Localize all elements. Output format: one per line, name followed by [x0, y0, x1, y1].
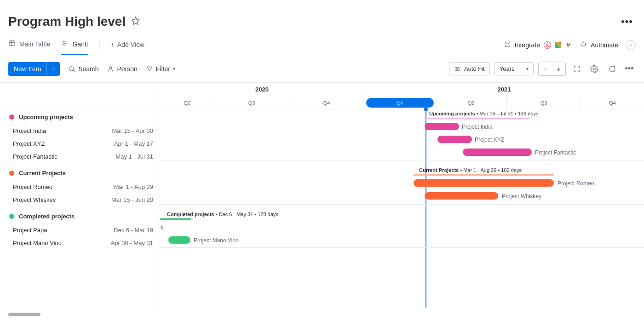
bar-label: Project Romeo — [558, 180, 594, 187]
task-name: Project XYZ — [13, 140, 45, 147]
group-name: Upcoming projects — [19, 114, 73, 120]
svg-rect-0 — [9, 41, 15, 46]
new-item-label: New Item — [8, 62, 46, 76]
zoom-out-button[interactable]: − — [539, 62, 552, 75]
group-header[interactable]: Current Projects — [0, 166, 160, 180]
fullscreen-button[interactable] — [570, 63, 583, 75]
task-row[interactable]: Project PapaDec 6 - Mar 19 — [0, 223, 160, 236]
task-row[interactable]: Project FantasticMay 1 - Jul 31 — [0, 150, 160, 163]
task-name: Project Fantastic — [13, 153, 58, 160]
bar-label: Project India — [462, 124, 493, 130]
integrate-icon — [504, 40, 511, 49]
scale-label: Years — [500, 65, 515, 72]
task-dates: Mar 15 - Apr 30 — [112, 127, 153, 134]
svg-rect-4 — [455, 67, 459, 70]
star-icon[interactable] — [131, 16, 140, 27]
table-icon — [8, 40, 16, 48]
search-button[interactable]: Search — [68, 65, 98, 73]
group-header[interactable]: Completed projects — [0, 209, 160, 223]
task-row[interactable]: Project IndiaMar 15 - Apr 30 — [0, 124, 160, 137]
scale-select[interactable]: Years ▾ — [494, 62, 534, 75]
tab-gantt[interactable]: Gantt — [61, 40, 88, 55]
task-row[interactable]: Project WhiskeyMar 15 - Jun 20 — [0, 193, 160, 206]
timeline[interactable]: 2020 2021 Q2 Q3 Q4 Q1 Q2 Q3 Q4 Upcoming … — [160, 83, 644, 308]
bar-label: Project Mano Vino — [194, 237, 239, 244]
task-dates: Mar 1 - Aug 29 — [114, 183, 153, 190]
bar-label: Project Whiskey — [502, 193, 541, 200]
quarter-label: Q4 — [289, 97, 364, 109]
collapse-icon[interactable] — [626, 40, 636, 50]
gmail-icon: M — [565, 41, 572, 49]
search-label: Search — [78, 65, 98, 73]
group-summary: Current Projects • Mar 1 - Aug 29 • 182 … — [419, 167, 522, 173]
page-title: Program High level — [8, 14, 126, 29]
task-name: Project Papa — [13, 227, 47, 234]
group-color-dot — [9, 114, 14, 120]
svg-point-5 — [593, 68, 596, 70]
filter-button[interactable]: Filter ▾ — [146, 65, 175, 73]
summary-bar[interactable] — [425, 118, 530, 119]
search-icon — [68, 65, 75, 73]
zoom-in-button[interactable]: + — [552, 62, 565, 75]
svg-point-3 — [109, 66, 112, 69]
task-row[interactable]: Project RomeoMar 1 - Aug 29 — [0, 180, 160, 193]
gantt-bar[interactable] — [425, 123, 459, 130]
add-view-button[interactable]: + Add View — [111, 41, 144, 54]
gantt-bar[interactable] — [437, 136, 472, 143]
comment-button[interactable] — [605, 63, 618, 75]
person-label: Person — [117, 65, 137, 73]
gantt-bar[interactable] — [463, 149, 532, 156]
person-button[interactable]: Person — [107, 65, 137, 73]
chevron-down-icon: ▾ — [173, 66, 175, 71]
group-color-dot — [9, 214, 14, 219]
new-item-button[interactable]: New Item — [8, 62, 60, 76]
task-dates: Dec 6 - Mar 19 — [114, 227, 153, 234]
group-summary: Completed projects • Dec 6 - May 31 • 17… — [167, 211, 278, 217]
task-panel: Upcoming projects Project IndiaMar 15 - … — [0, 83, 160, 308]
svg-rect-1 — [581, 43, 585, 46]
task-name: Project Mano Vino — [13, 240, 62, 246]
year-label: 2021 — [364, 83, 644, 97]
gantt-bar[interactable] — [425, 192, 498, 200]
group-header[interactable]: Upcoming projects — [0, 109, 160, 124]
bar-label: Project XYZ — [475, 137, 504, 143]
task-name: Project India — [13, 127, 46, 134]
more-button[interactable]: ••• — [623, 63, 636, 75]
quarter-label: Q3 — [507, 97, 581, 109]
year-label: 2020 — [160, 83, 364, 97]
filter-label: Filter — [156, 65, 170, 73]
gantt-bar[interactable] — [168, 236, 190, 244]
zoom-group: − + — [538, 62, 566, 76]
chevron-down-icon[interactable] — [46, 62, 60, 76]
today-line — [426, 109, 426, 308]
quarter-label: Q1 — [366, 98, 434, 108]
group-summary: Upcoming projects • Mar 15 - Jul 31 • 13… — [429, 111, 539, 116]
gantt-icon — [61, 40, 69, 48]
more-icon[interactable]: ••• — [619, 14, 635, 29]
integrate-button[interactable]: Integrate ◎ M — [504, 40, 572, 49]
automate-button[interactable]: Automate — [580, 40, 618, 49]
person-icon — [107, 65, 114, 73]
filter-icon — [146, 65, 153, 73]
task-name: Project Romeo — [13, 183, 52, 190]
divider — [99, 40, 100, 49]
quarter-label: Q2 — [436, 97, 507, 109]
auto-fit-label: Auto Fit — [464, 65, 485, 72]
task-dates: Apr 1 - May 17 — [114, 140, 153, 147]
integration-badge-icon: ◎ — [544, 41, 551, 49]
svg-point-2 — [69, 66, 74, 70]
integrate-label: Integrate — [515, 41, 540, 49]
summary-bar[interactable] — [160, 218, 191, 220]
gantt-bar[interactable] — [414, 179, 554, 187]
bar-label: Project Fantastic — [535, 149, 576, 156]
task-row[interactable]: Project Mano VinoApr 30 - May 31 — [0, 236, 160, 249]
settings-button[interactable] — [588, 63, 601, 75]
task-row[interactable]: Project XYZApr 1 - May 17 — [0, 137, 160, 150]
auto-fit-button[interactable]: Auto Fit — [449, 62, 490, 75]
tab-main-table[interactable]: Main Table — [8, 40, 50, 55]
plus-icon: + — [111, 41, 115, 48]
add-view-label: Add View — [117, 41, 144, 48]
scrollbar[interactable] — [8, 313, 40, 316]
group-color-dot — [9, 171, 14, 176]
summary-bar[interactable] — [414, 174, 554, 176]
